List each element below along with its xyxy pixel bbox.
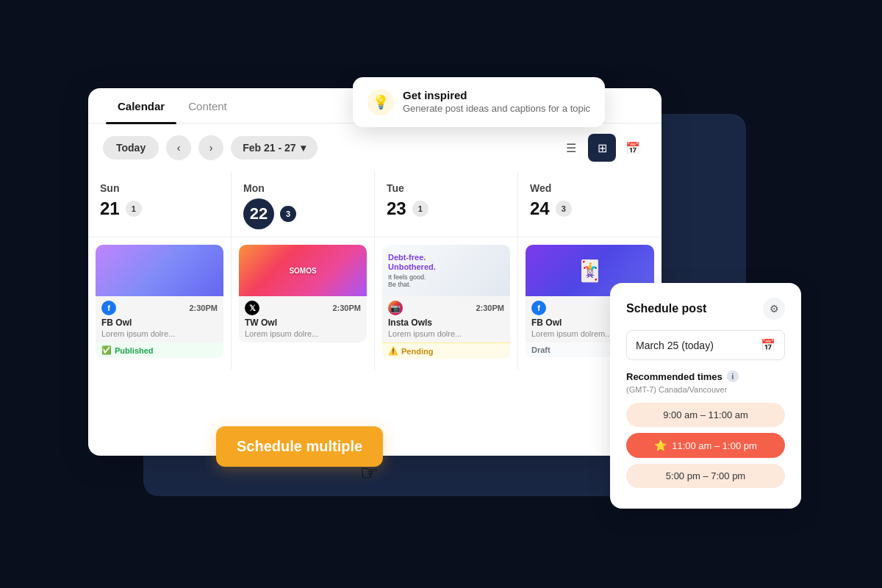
time-slot-3-label: 5:00 pm – 7:00 pm bbox=[666, 470, 745, 481]
post-thumb-purple bbox=[96, 245, 223, 296]
somos-label: SOMOS bbox=[289, 267, 316, 275]
time-slot-2-label: 11:00 am – 1:00 pm bbox=[672, 440, 757, 451]
get-inspired-tooltip: 💡 Get inspired Generate post ideas and c… bbox=[353, 77, 605, 127]
post-info-tue: 📷 2:30PM Insta Owls Lorem ipsum dolre... bbox=[382, 296, 510, 343]
lightbulb-icon: 💡 bbox=[368, 89, 394, 115]
day-name-sun: Sun bbox=[100, 182, 219, 194]
tab-calendar[interactable]: Calendar bbox=[106, 88, 176, 123]
info-icon: i bbox=[727, 370, 739, 382]
post-name-mon: TW Owl bbox=[245, 318, 361, 328]
grid-icon: ⊞ bbox=[598, 141, 607, 155]
day-name-mon: Mon bbox=[243, 182, 362, 194]
col-wed: Wed 24 3 bbox=[518, 172, 662, 237]
facebook-icon-wed: f bbox=[531, 301, 546, 315]
time-slot-3[interactable]: 5:00 pm – 7:00 pm bbox=[626, 464, 785, 488]
chevron-down-icon: ▾ bbox=[301, 142, 306, 154]
cards-icon: 🃏 bbox=[577, 259, 603, 283]
calendar-card: Calendar Content Today ‹ › Feb 21 - 27 ▾… bbox=[88, 88, 662, 456]
col-mon: Mon 22 3 bbox=[232, 172, 375, 237]
day-date-sun: 21 1 bbox=[100, 198, 219, 219]
rec-times-label: Recommended times bbox=[626, 371, 723, 382]
date-label: March 25 (today) bbox=[636, 340, 714, 351]
next-button[interactable]: › bbox=[198, 135, 223, 160]
calendar-view-button[interactable]: 📅 bbox=[619, 134, 647, 162]
post-thumb-orange: SOMOS bbox=[239, 245, 367, 296]
post-desc-tue: Lorem ipsum dolre... bbox=[388, 329, 504, 338]
schedule-card-title: Schedule post bbox=[626, 302, 706, 315]
warning-icon: ⚠️ bbox=[388, 346, 398, 356]
calendar-toolbar: Today ‹ › Feb 21 - 27 ▾ ☰ ⊞ 📅 bbox=[88, 123, 662, 172]
post-card-tw-mon[interactable]: SOMOS 𝕏 2:30PM TW Owl Lorem ipsum dolre.… bbox=[239, 245, 367, 343]
instagram-icon: 📷 bbox=[388, 301, 403, 315]
post-platform-row-tue: 📷 2:30PM bbox=[388, 301, 504, 315]
view-buttons: ☰ ⊞ 📅 bbox=[557, 134, 647, 162]
time-slot-2[interactable]: ⭐ 11:00 am – 1:00 pm bbox=[626, 433, 785, 458]
day-name-wed: Wed bbox=[530, 182, 650, 194]
time-slot-1-label: 9:00 am – 11:00 am bbox=[663, 409, 748, 420]
post-desc-mon: Lorem ipsum dolre... bbox=[245, 329, 361, 338]
day-num-21: 21 bbox=[100, 198, 120, 219]
today-button[interactable]: Today bbox=[103, 136, 159, 159]
grid-view-button[interactable]: ⊞ bbox=[588, 134, 616, 162]
debt-text: Debt-free.Unbothered. bbox=[388, 253, 436, 272]
prev-button[interactable]: ‹ bbox=[166, 135, 191, 160]
date-range-label: Feb 21 - 27 bbox=[243, 142, 295, 154]
post-time-tue: 2:30PM bbox=[476, 304, 504, 312]
schedule-post-card: Schedule post ⚙ March 25 (today) 📅 Recom… bbox=[610, 283, 801, 509]
post-thumb-debt: Debt-free.Unbothered. It feels good.Be t… bbox=[382, 245, 510, 296]
day-date-wed: 24 3 bbox=[530, 198, 650, 219]
event-count-sun: 1 bbox=[126, 201, 142, 217]
status-label-sun: Published bbox=[115, 346, 154, 355]
star-icon: ⭐ bbox=[654, 440, 667, 451]
event-count-wed: 3 bbox=[556, 201, 572, 217]
post-platform-row-sun: f 2:30PM bbox=[101, 301, 218, 315]
tooltip-title: Get inspired bbox=[403, 89, 590, 101]
status-label-wed: Draft bbox=[531, 345, 551, 354]
day-num-24: 24 bbox=[530, 198, 550, 219]
day-date-tue: 23 1 bbox=[387, 198, 506, 219]
tooltip-text: Get inspired Generate post ideas and cap… bbox=[403, 89, 590, 114]
debt-subtext: It feels good.Be that. bbox=[388, 273, 426, 288]
rec-times-header: Recommended times i bbox=[626, 370, 785, 382]
schedule-multiple-button[interactable]: Schedule multiple bbox=[216, 426, 383, 467]
event-count-tue: 1 bbox=[412, 201, 429, 217]
day-num-22: 22 bbox=[243, 198, 274, 229]
time-slot-1[interactable]: 9:00 am – 11:00 am bbox=[626, 403, 785, 427]
tab-content[interactable]: Content bbox=[176, 88, 239, 123]
post-card-ig-tue[interactable]: Debt-free.Unbothered. It feels good.Be t… bbox=[382, 245, 510, 359]
col-sun: Sun 21 1 bbox=[88, 172, 232, 237]
calendar-icon: 📅 bbox=[625, 141, 640, 155]
calendar-input-icon: 📅 bbox=[761, 338, 775, 352]
list-view-button[interactable]: ☰ bbox=[557, 134, 585, 162]
calendar-header-row: Sun 21 1 Mon 22 3 Tue 23 1 Wed 2 bbox=[88, 172, 662, 237]
facebook-icon: f bbox=[101, 301, 116, 315]
date-range-button[interactable]: Feb 21 - 27 ▾ bbox=[231, 136, 317, 159]
calendar-body-row: f 2:30PM FB Owl Lorem ipsum dolre... ✅ P… bbox=[88, 237, 662, 370]
post-name-sun: FB Owl bbox=[101, 318, 218, 328]
cursor-icon: ☞ bbox=[360, 461, 379, 485]
cell-tue: Debt-free.Unbothered. It feels good.Be t… bbox=[375, 237, 518, 370]
timezone-label: (GMT-7) Canada/Vancouver bbox=[626, 385, 785, 394]
schedule-card-header: Schedule post ⚙ bbox=[626, 298, 785, 320]
post-time-sun: 2:30PM bbox=[189, 304, 218, 312]
twitter-icon: 𝕏 bbox=[245, 301, 259, 315]
cell-sun: f 2:30PM FB Owl Lorem ipsum dolre... ✅ P… bbox=[88, 237, 232, 370]
date-input[interactable]: March 25 (today) 📅 bbox=[626, 330, 785, 360]
col-tue: Tue 23 1 bbox=[375, 172, 518, 237]
post-platform-row-mon: 𝕏 2:30PM bbox=[245, 301, 361, 315]
post-status-tue: ⚠️ Pending bbox=[382, 343, 510, 359]
post-card-fb-sun[interactable]: f 2:30PM FB Owl Lorem ipsum dolre... ✅ P… bbox=[96, 245, 223, 358]
post-status-sun: ✅ Published bbox=[96, 343, 223, 358]
event-count-mon: 3 bbox=[280, 206, 296, 222]
list-icon: ☰ bbox=[566, 141, 576, 155]
check-icon: ✅ bbox=[101, 345, 112, 355]
post-info-mon: 𝕏 2:30PM TW Owl Lorem ipsum dolre... bbox=[239, 296, 367, 343]
day-num-23: 23 bbox=[387, 198, 406, 219]
post-info-sun: f 2:30PM FB Owl Lorem ipsum dolre... bbox=[96, 296, 223, 343]
gear-button[interactable]: ⚙ bbox=[763, 298, 785, 320]
day-name-tue: Tue bbox=[387, 182, 506, 194]
day-date-mon: 22 3 bbox=[243, 198, 362, 229]
tooltip-subtitle: Generate post ideas and captions for a t… bbox=[403, 103, 590, 114]
status-label-tue: Pending bbox=[401, 347, 433, 356]
post-desc-sun: Lorem ipsum dolre... bbox=[101, 329, 218, 338]
